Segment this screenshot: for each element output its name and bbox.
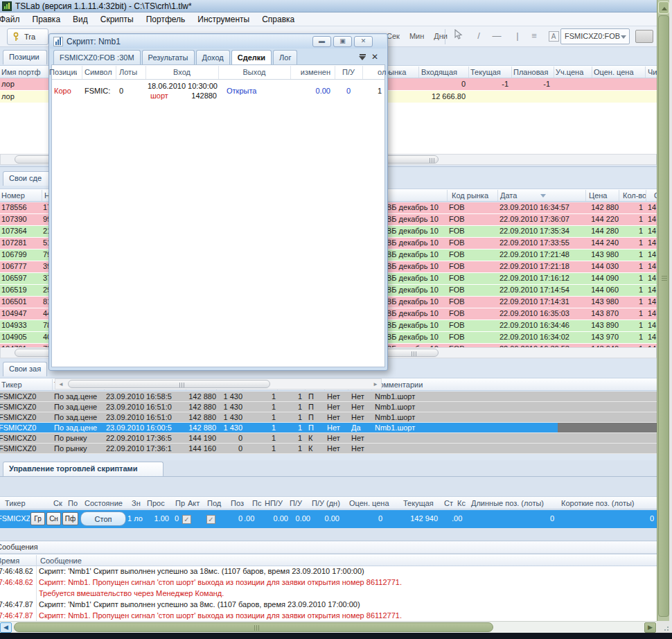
scrollbar-thumb[interactable] — [14, 622, 493, 632]
deal-row[interactable]: Коро FSMIC: 0 18.06.2010 10:30:00 шорт 1… — [52, 80, 384, 103]
col-comments[interactable]: Комментарии — [375, 380, 423, 389]
stop-button[interactable]: Стоп — [80, 511, 126, 526]
menu-item[interactable]: Файл — [0, 13, 26, 26]
col-current[interactable]: Текущая — [470, 68, 501, 76]
scroll-right-arrow[interactable]: ▶ — [644, 622, 656, 633]
text-tool-icon[interactable]: A — [546, 29, 561, 44]
orders-row[interactable]: FSMICXZ0 По зад.цене 23.09.2010 16:58:5 … — [0, 392, 657, 402]
dialog-tab[interactable]: Сделки — [231, 50, 272, 64]
instrument-combobox[interactable]: FSMICXZ0:FOB — [560, 28, 630, 44]
timeframe-button[interactable]: Мин — [405, 29, 428, 43]
main-hscrollbar[interactable]: ◀ ▶ — [0, 621, 657, 633]
confirm-checkbox[interactable]: ✓ — [206, 515, 215, 524]
orders-row[interactable]: FSMICXZ0 По зад.цене 23.09.2010 16:51:0 … — [0, 412, 657, 423]
message-row[interactable]: 7:46:48.62 Скрипт: 'Nmb1' Скрипт выполне… — [0, 567, 657, 578]
message-row[interactable]: Требуется вмешательство через Менеджер К… — [0, 589, 657, 600]
dialog-tab[interactable]: Лог — [273, 50, 297, 64]
remove-button[interactable]: Сн — [46, 512, 61, 525]
scrollbar-thumb[interactable] — [68, 380, 270, 388]
col-qty[interactable]: Кол-во — [623, 191, 646, 200]
col-market-code[interactable]: Код рынка — [452, 191, 488, 200]
col-position[interactable]: Позиции — [49, 68, 77, 76]
col-price[interactable]: Цена — [589, 191, 607, 200]
minimize-button[interactable]: ▬ — [312, 36, 331, 47]
col-symbol[interactable]: Символ — [85, 68, 112, 76]
tab-menu-icon[interactable] — [359, 54, 366, 60]
menu-item[interactable]: Справка — [256, 13, 301, 26]
col-pu[interactable]: П/У — [290, 499, 302, 507]
menu-item[interactable]: Портфель — [140, 13, 192, 26]
col-acct-price[interactable]: Уч.цена — [556, 68, 583, 76]
scrollbar-thumb[interactable] — [658, 15, 669, 617]
col-planned[interactable]: Плановая — [513, 68, 548, 76]
tab-close-icon[interactable]: ✕ — [371, 52, 378, 62]
col-long-lots[interactable]: Длинные поз. (лоты) — [471, 499, 544, 507]
col-state[interactable]: Состояние — [85, 499, 123, 507]
col-confirm[interactable]: Под — [207, 499, 221, 507]
col-lots[interactable]: Лоты — [119, 68, 137, 76]
tab-script-control[interactable]: Управление торговлей скриптами — [3, 462, 163, 476]
message-row[interactable]: 7:46:47.87 Скрипт: 'Nmb1' Скрипт выполне… — [0, 600, 657, 611]
timeframe-button[interactable]: Дни — [430, 29, 452, 43]
dialog-tab[interactable]: Результаты — [142, 50, 195, 64]
portfolio-button[interactable]: Пф — [62, 512, 78, 525]
scroll-up-arrow[interactable] — [658, 1, 669, 14]
col-date[interactable]: Дата — [500, 191, 517, 200]
cursor-tool-icon[interactable] — [450, 29, 466, 44]
col-incoming[interactable]: Входящая — [421, 68, 457, 76]
col-active[interactable]: Акт — [188, 499, 200, 507]
col-ticker[interactable]: Тикер — [1, 380, 22, 389]
col-current[interactable]: Текущая — [403, 499, 434, 507]
col-portfolio-name[interactable]: Имя портф — [1, 68, 41, 76]
script-row[interactable]: FSMICXZ0 Гр Сн Пф Стоп 1 ло 1.00 0 ✓ ✓ 0… — [0, 510, 657, 528]
menu-item[interactable]: Вид — [67, 13, 94, 26]
col-sk[interactable]: Ск — [53, 499, 62, 507]
orders-row[interactable]: FSMICXZ0 По зад.цене 23.09.2010 16:51:0 … — [0, 402, 657, 412]
col-st[interactable]: Ст — [444, 499, 453, 507]
col-change[interactable]: изменен — [290, 68, 330, 76]
menu-item[interactable]: Скрипты — [94, 13, 140, 26]
col-est-price[interactable]: Оцен. цена — [349, 499, 389, 507]
tab-positions[interactable]: Позиции — [3, 50, 47, 64]
col-last[interactable]: ол — [378, 68, 386, 76]
main-vscrollbar[interactable] — [657, 0, 669, 621]
maximize-button[interactable]: ▣ — [333, 36, 352, 47]
scroll-left-arrow[interactable]: ◀ — [0, 622, 12, 633]
hline-tool-icon[interactable]: — — [489, 29, 504, 44]
col-entry[interactable]: Вход — [145, 68, 218, 76]
col-short-lots[interactable]: Короткие поз. (лоты) — [561, 499, 634, 507]
orders-row[interactable]: FSMICXZ0 По рынку 22.09.2010 17:36:5 144… — [0, 433, 657, 444]
col-zn[interactable]: Зн — [132, 499, 141, 507]
col-ks[interactable]: Кс — [457, 499, 466, 507]
close-button[interactable]: ✕ — [354, 36, 373, 47]
orders-row[interactable]: FSMICXZ0 По рынку 22.09.2010 17:36:1 144… — [0, 444, 657, 454]
menu-item[interactable]: Инструменты — [191, 13, 256, 26]
col-slip[interactable]: Прос — [147, 499, 165, 507]
col-pu[interactable]: П/У — [337, 68, 360, 76]
menu-item[interactable]: Правка — [26, 13, 67, 26]
vline-tool-icon[interactable]: | — [510, 29, 525, 44]
col-ps[interactable]: Пс — [252, 499, 261, 507]
col-time[interactable]: Время — [0, 557, 19, 565]
col-exit[interactable]: Выход — [218, 68, 290, 76]
chart-button[interactable]: Гр — [30, 512, 45, 525]
dialog-titlebar[interactable]: Скрипт: Nmb1 ▬ ▣ ✕ — [50, 35, 387, 49]
fibo-tool-icon[interactable]: ≡ — [527, 29, 542, 44]
connect-button[interactable]: Tra — [7, 28, 48, 45]
scroll-left-arrow[interactable]: ◄ — [58, 381, 64, 387]
col-number[interactable]: Номер — [1, 191, 25, 200]
col-po[interactable]: По — [68, 499, 78, 507]
toolbar-extra-button[interactable] — [635, 30, 653, 43]
dialog-hscrollbar[interactable]: ◄ ► — [55, 378, 382, 389]
orders-row[interactable]: FSMICXZ0 По зад.цене 23.09.2010 16:00:5 … — [0, 423, 657, 433]
col-ticker[interactable]: Тикер — [5, 499, 26, 507]
col-pos[interactable]: Поз — [231, 499, 244, 507]
active-checkbox[interactable]: ✓ — [182, 515, 191, 524]
trendline-tool-icon[interactable]: / — [471, 29, 486, 44]
tab-own-orders[interactable]: Свои зая — [3, 362, 47, 376]
col-est-price[interactable]: Оцен. цена — [594, 68, 634, 76]
col-npu[interactable]: НП/У — [265, 499, 283, 507]
col-message[interactable]: Сообщение — [40, 557, 82, 565]
scroll-right-arrow[interactable]: ► — [373, 381, 378, 387]
col-pr[interactable]: Пр — [175, 499, 185, 507]
